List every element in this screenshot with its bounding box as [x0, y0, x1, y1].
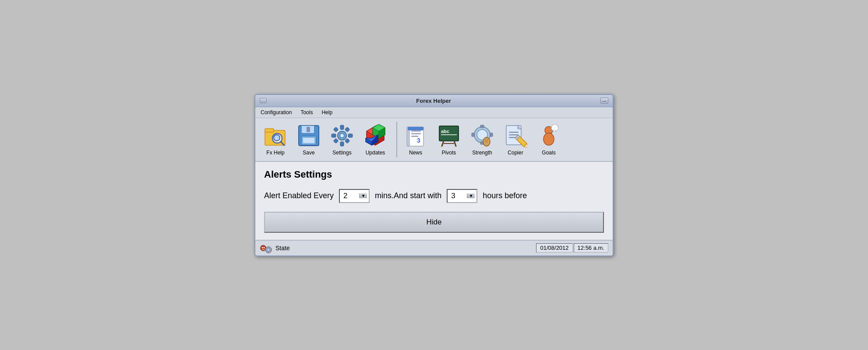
status-bar: State 01/08/2012 12:56 a.m.	[255, 240, 613, 256]
svg-rect-53	[509, 132, 519, 133]
main-window: Forex Helper — Configuration Tools Help	[254, 94, 614, 256]
hide-button[interactable]: Hide	[264, 212, 604, 233]
menu-help[interactable]: Help	[320, 108, 334, 116]
settings-icon	[330, 123, 354, 148]
news-button[interactable]: 3 News	[400, 122, 431, 158]
svg-text:abc: abc	[441, 129, 449, 134]
title-bar-left	[260, 98, 267, 103]
toolbar: Fx Help Save	[255, 118, 613, 162]
svg-rect-54	[509, 134, 519, 136]
title-bar-controls: —	[600, 98, 608, 104]
pivots-label: Pivots	[442, 150, 456, 156]
menu-configuration[interactable]: Configuration	[259, 108, 293, 116]
svg-rect-17	[345, 127, 349, 132]
toolbar-group-1: Fx Help Save	[260, 122, 397, 158]
svg-point-60	[543, 133, 554, 145]
copier-button[interactable]: Copier	[500, 122, 531, 158]
window-icon	[260, 98, 267, 103]
svg-point-67	[267, 248, 270, 251]
copier-icon	[503, 123, 528, 148]
strength-icon	[470, 123, 494, 148]
svg-point-3	[274, 135, 280, 141]
svg-rect-46	[472, 133, 474, 136]
alert-row: Alert Enabled Every 2 ▼ mins.And start w…	[264, 189, 604, 203]
menu-tools[interactable]: Tools	[299, 108, 314, 116]
alert-hours-arrow[interactable]: ▼	[467, 193, 475, 198]
svg-rect-14	[332, 134, 336, 137]
svg-rect-70	[265, 249, 266, 251]
section-title: Alerts Settings	[264, 169, 604, 180]
news-label: News	[409, 150, 422, 156]
svg-rect-71	[271, 249, 272, 251]
svg-rect-7	[307, 127, 310, 132]
pivots-button[interactable]: abc Pivots	[433, 122, 465, 158]
svg-rect-13	[340, 142, 344, 146]
alert-label-3: hours before	[483, 191, 527, 200]
svg-rect-1	[265, 129, 274, 132]
goals-label: Goals	[542, 150, 555, 156]
alert-label-1: Alert Enabled Every	[264, 191, 334, 200]
save-button[interactable]: Save	[293, 122, 325, 158]
svg-rect-31	[411, 130, 421, 132]
svg-rect-18	[333, 138, 338, 143]
alert-interval-arrow[interactable]: ▼	[359, 193, 367, 198]
strength-button[interactable]: Strength	[466, 122, 498, 158]
svg-line-40	[454, 141, 456, 146]
svg-rect-69	[268, 252, 269, 253]
alert-hours-value: 3	[451, 192, 465, 200]
updates-icon	[363, 123, 388, 148]
status-time: 12:56 a.m.	[574, 243, 608, 252]
alert-interval-dropdown[interactable]: 2 ▼	[339, 189, 370, 203]
fxhelp-icon	[263, 123, 288, 148]
status-state-label: State	[275, 245, 290, 252]
svg-text:3: 3	[417, 137, 420, 144]
save-label: Save	[303, 150, 314, 156]
svg-rect-44	[480, 125, 484, 128]
svg-rect-35	[408, 127, 423, 130]
svg-rect-47	[490, 133, 493, 136]
alert-label-2: mins.And start with	[375, 191, 441, 200]
alert-interval-value: 2	[343, 192, 357, 200]
copier-label: Copier	[508, 150, 523, 156]
svg-rect-16	[333, 127, 338, 132]
svg-rect-19	[345, 138, 349, 143]
strength-label: Strength	[472, 150, 492, 156]
svg-rect-9	[303, 138, 314, 143]
svg-point-65	[264, 247, 265, 248]
news-icon: 3	[403, 123, 428, 148]
svg-rect-50	[487, 139, 488, 143]
status-left: State	[260, 243, 290, 253]
svg-point-64	[262, 247, 263, 248]
settings-label: Settings	[332, 150, 351, 156]
svg-point-11	[340, 133, 344, 138]
svg-rect-68	[268, 246, 269, 248]
content-area: Alerts Settings Alert Enabled Every 2 ▼ …	[255, 162, 613, 240]
alert-hours-dropdown[interactable]: 3 ▼	[447, 189, 477, 203]
toolbar-group-2: 3 News abc	[400, 122, 570, 158]
updates-button[interactable]: Updates	[360, 122, 391, 158]
svg-rect-55	[509, 137, 516, 138]
title-bar: Forex Helper —	[255, 95, 613, 107]
menu-bar: Configuration Tools Help	[255, 107, 613, 118]
svg-rect-32	[411, 133, 421, 134]
status-date: 01/08/2012	[536, 243, 572, 252]
svg-marker-62	[553, 130, 556, 132]
goals-icon	[536, 123, 561, 148]
status-right: 01/08/2012 12:56 a.m.	[536, 243, 608, 252]
save-icon	[296, 123, 321, 148]
fxhelp-button[interactable]: Fx Help	[260, 122, 291, 158]
minimize-button[interactable]: —	[600, 98, 608, 104]
window-title: Forex Helper	[267, 98, 600, 104]
fxhelp-label: Fx Help	[266, 150, 284, 156]
svg-rect-49	[485, 139, 486, 143]
status-icon	[260, 243, 272, 253]
goals-button[interactable]: Goals	[533, 122, 565, 158]
svg-rect-12	[340, 125, 344, 130]
pivots-icon: abc	[437, 123, 461, 148]
updates-label: Updates	[366, 150, 385, 156]
svg-rect-15	[348, 134, 353, 137]
settings-button[interactable]: Settings	[326, 122, 358, 158]
svg-line-39	[442, 141, 444, 146]
